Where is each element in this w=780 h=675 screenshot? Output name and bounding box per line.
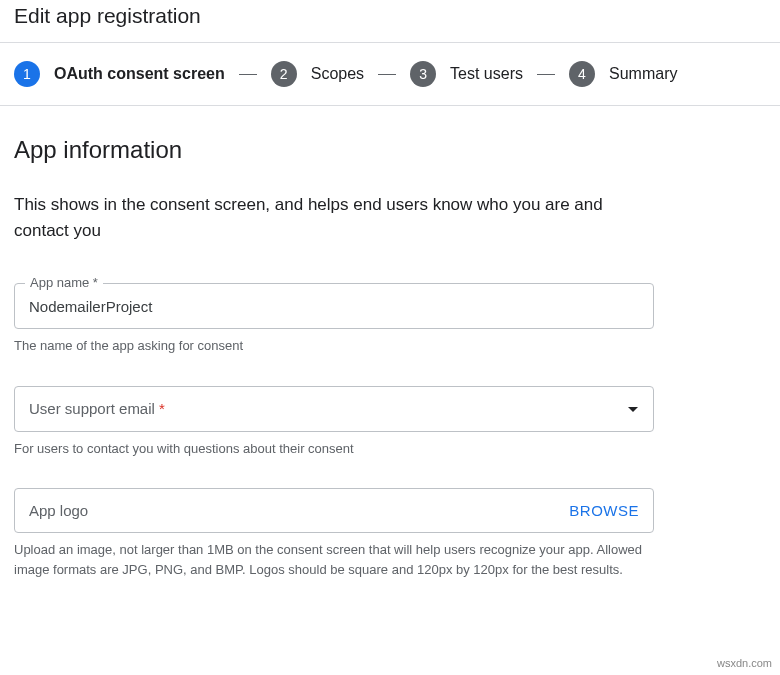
app-name-field[interactable]: App name * xyxy=(14,283,654,329)
step-summary[interactable]: 4 Summary xyxy=(569,61,677,87)
step-test-users[interactable]: 3 Test users xyxy=(410,61,523,87)
app-name-helper: The name of the app asking for consent xyxy=(14,336,644,356)
step-circle: 4 xyxy=(569,61,595,87)
step-connector xyxy=(378,74,396,75)
app-logo-placeholder: App logo xyxy=(29,502,88,519)
app-logo-field[interactable]: App logo BROWSE xyxy=(14,488,654,533)
step-oauth-consent[interactable]: 1 OAuth consent screen xyxy=(14,61,225,87)
step-connector xyxy=(239,74,257,75)
support-email-text: User support email xyxy=(29,400,155,417)
step-scopes[interactable]: 2 Scopes xyxy=(271,61,364,87)
step-circle: 2 xyxy=(271,61,297,87)
app-name-input[interactable] xyxy=(29,298,639,315)
step-label: OAuth consent screen xyxy=(54,65,225,83)
step-circle: 1 xyxy=(14,61,40,87)
step-label: Scopes xyxy=(311,65,364,83)
browse-button[interactable]: BROWSE xyxy=(569,502,639,519)
section-title: App information xyxy=(14,136,766,164)
support-email-helper: For users to contact you with questions … xyxy=(14,439,644,459)
step-label: Summary xyxy=(609,65,677,83)
step-label: Test users xyxy=(450,65,523,83)
support-email-group: User support email * For users to contac… xyxy=(14,386,654,459)
app-name-group: App name * The name of the app asking fo… xyxy=(14,283,654,356)
app-logo-group: App logo BROWSE Upload an image, not lar… xyxy=(14,488,654,579)
section-desc: This shows in the consent screen, and he… xyxy=(14,192,634,243)
app-logo-helper: Upload an image, not larger than 1MB on … xyxy=(14,540,644,579)
step-connector xyxy=(537,74,555,75)
chevron-down-icon xyxy=(627,400,639,418)
stepper: 1 OAuth consent screen 2 Scopes 3 Test u… xyxy=(0,43,780,105)
app-name-label: App name * xyxy=(25,275,103,290)
step-circle: 3 xyxy=(410,61,436,87)
page-title: Edit app registration xyxy=(0,0,780,42)
watermark: wsxdn.com xyxy=(717,657,772,669)
support-email-placeholder: User support email * xyxy=(29,400,165,417)
support-email-select[interactable]: User support email * xyxy=(14,386,654,432)
required-mark: * xyxy=(159,400,165,417)
content-area: App information This shows in the consen… xyxy=(0,106,780,639)
